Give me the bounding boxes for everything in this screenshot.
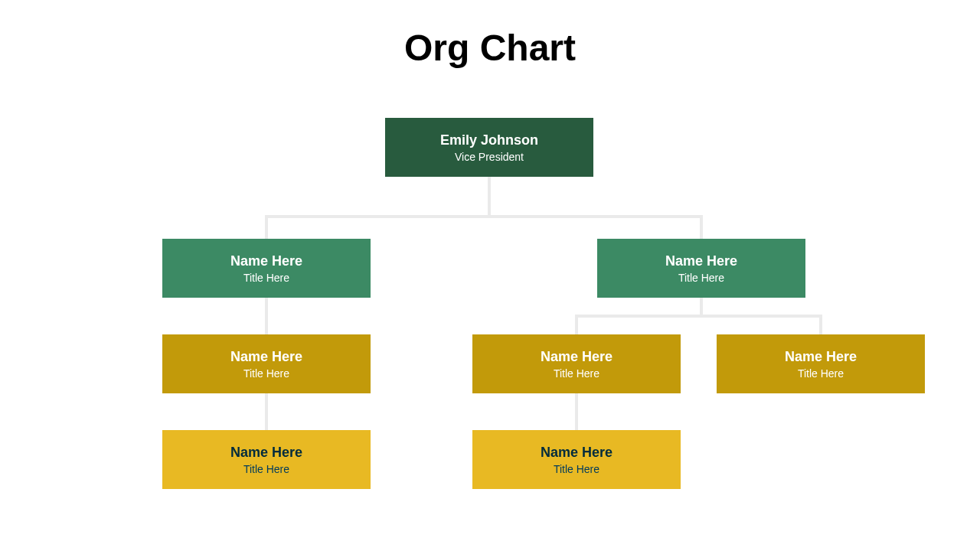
org-node-l4a: Name Here Title Here (162, 430, 371, 489)
org-node-title: Title Here (243, 463, 289, 475)
org-node-name: Emily Johnson (440, 132, 538, 149)
org-node-title: Title Here (243, 367, 289, 380)
connector-line (488, 177, 491, 215)
connector-line (700, 215, 703, 239)
org-node-title: Title Here (243, 272, 289, 284)
org-node-name: Name Here (230, 253, 302, 270)
org-node-l2a: Name Here Title Here (162, 239, 371, 298)
org-node-title: Title Here (554, 463, 599, 475)
connector-line (265, 215, 268, 239)
connector-line (265, 298, 268, 334)
org-node-l3b: Name Here Title Here (472, 334, 681, 393)
connector-line (265, 393, 268, 430)
page-title: Org Chart (0, 27, 980, 69)
org-node-name: Name Here (541, 444, 612, 461)
org-node-l2b: Name Here Title Here (597, 239, 805, 298)
connector-line (575, 315, 822, 318)
connector-line (819, 315, 822, 334)
connector-line (265, 215, 703, 218)
connector-line (700, 298, 703, 315)
org-node-root: Emily Johnson Vice President (385, 118, 593, 177)
org-node-title: Title Here (678, 272, 724, 284)
org-node-title: Title Here (554, 367, 599, 380)
org-node-name: Name Here (541, 348, 612, 366)
org-node-l3c: Name Here Title Here (717, 334, 925, 393)
connector-line (575, 393, 578, 430)
connector-line (575, 315, 578, 334)
org-node-l4b: Name Here Title Here (472, 430, 681, 489)
org-node-name: Name Here (230, 444, 302, 461)
org-node-l3a: Name Here Title Here (162, 334, 371, 393)
org-node-title: Vice President (455, 151, 524, 163)
org-node-name: Name Here (230, 348, 302, 366)
org-node-name: Name Here (785, 348, 857, 366)
org-node-name: Name Here (665, 253, 737, 270)
org-node-title: Title Here (798, 367, 844, 380)
